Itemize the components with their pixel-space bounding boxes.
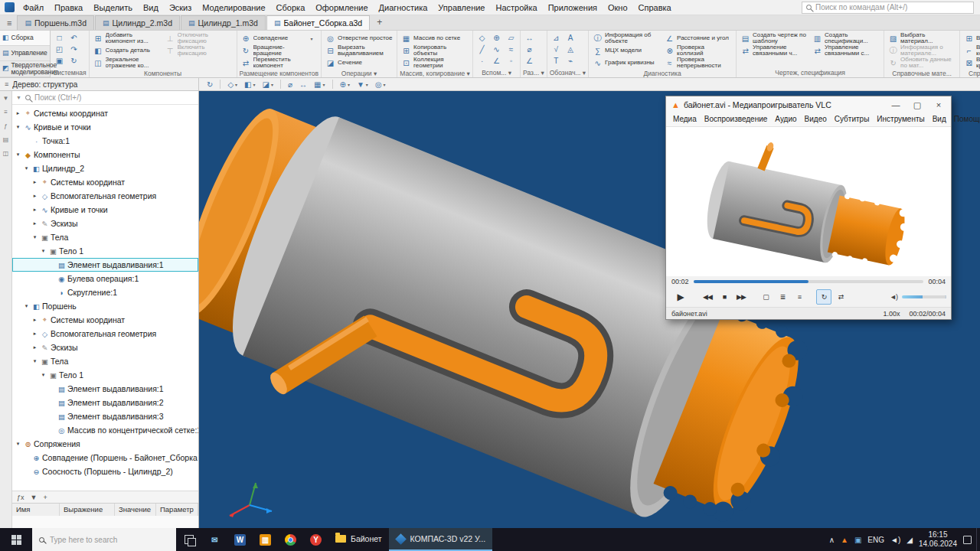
simple-hole-button[interactable]: ◎Отверстие простое bbox=[324, 32, 394, 44]
curvature-graph-button[interactable]: ∿График кривизны bbox=[591, 57, 662, 69]
tree-item[interactable]: ▾◧Цилиндр_2 bbox=[12, 161, 198, 175]
create-drawing-button[interactable]: ▤Создать чертеж по шаблону bbox=[739, 32, 809, 44]
variables-column-header[interactable]: Значение bbox=[115, 504, 156, 516]
expand-icon[interactable]: ▸ bbox=[31, 331, 39, 337]
datum-button[interactable]: ⊿ bbox=[550, 32, 563, 44]
linked-specs-button[interactable]: ⇄Управление связанными с... bbox=[811, 44, 881, 57]
linked-drawings-button[interactable]: ⇄Управление связанными ч... bbox=[739, 44, 809, 57]
add-variable-icon[interactable]: + bbox=[43, 494, 47, 501]
shield-icon[interactable]: ▣ bbox=[854, 536, 861, 544]
loop-button[interactable]: ↻ bbox=[816, 289, 831, 305]
insert-element-button[interactable]: ⊞Вставить элемент bbox=[962, 32, 980, 44]
leader-button[interactable]: ⌁ bbox=[564, 55, 577, 67]
document-tab[interactable]: ▤Цилиндр_1.m3d bbox=[181, 15, 266, 30]
menu-item[interactable]: Вид bbox=[138, 1, 164, 15]
start-button[interactable] bbox=[0, 528, 32, 551]
collision-check-button[interactable]: ⊗Проверка коллизий bbox=[663, 44, 733, 57]
tree-item[interactable]: ◗Скругление:1 bbox=[12, 285, 198, 299]
point-button[interactable]: ∙ bbox=[475, 55, 488, 67]
insert-fastener-button[interactable]: ⊠Вставить крепежное со... bbox=[962, 57, 980, 69]
plane-button[interactable]: ◇ bbox=[475, 32, 488, 44]
expand-icon[interactable]: ▸ bbox=[31, 220, 39, 227]
local-cs-button[interactable]: ⊕ bbox=[490, 32, 503, 44]
axis-button[interactable]: ╱ bbox=[475, 44, 488, 55]
tree-item[interactable]: ◎Массив по концентрической сетке:1 bbox=[12, 423, 198, 437]
collapse-icon[interactable]: ▾ bbox=[22, 165, 31, 171]
variables-column-header[interactable]: Выражение bbox=[60, 504, 115, 516]
select-material-button[interactable]: ▨Выбрать материал... bbox=[887, 32, 957, 44]
vlc-status-time[interactable]: 00:02/00:04 bbox=[909, 310, 946, 318]
distance-angle-button[interactable]: ∠Расстояние и угол bbox=[663, 32, 733, 44]
language-indicator[interactable]: ENG bbox=[867, 536, 884, 544]
menu-item[interactable]: Настройка bbox=[490, 1, 542, 15]
tree-item[interactable]: ▾⊚Сопряжения bbox=[12, 437, 198, 451]
collapse-icon[interactable]: ▾ bbox=[39, 248, 47, 254]
curve-button[interactable]: ≈ bbox=[505, 44, 518, 55]
collapse-icon[interactable]: ▾ bbox=[14, 441, 22, 447]
vlc-video-area[interactable] bbox=[666, 127, 951, 276]
tree-item[interactable]: ▾◧Поршень bbox=[12, 299, 198, 313]
dimension-button[interactable]: ↔ bbox=[296, 79, 310, 90]
document-tab[interactable]: ▤Поршень.m3d bbox=[17, 15, 94, 30]
filter-icon[interactable]: ▼ bbox=[31, 494, 38, 501]
tree-item[interactable]: ▸⌖Системы координат bbox=[12, 313, 198, 327]
control-point-button[interactable]: ◦ bbox=[505, 55, 518, 67]
tree-item[interactable]: ▾∿Кривые и точки bbox=[12, 120, 198, 134]
filter-icon[interactable]: ▼ bbox=[16, 95, 21, 100]
menu-item[interactable]: Моделирование bbox=[197, 1, 270, 15]
tree-item[interactable]: ▾▣Тела bbox=[12, 354, 198, 368]
tree-item[interactable]: ▸✎Эскизы bbox=[12, 217, 198, 230]
symbol-button[interactable]: ◬ bbox=[564, 44, 577, 55]
expand-icon[interactable]: ▸ bbox=[31, 179, 39, 185]
ribbon-tab[interactable]: ▤Управление bbox=[0, 46, 50, 61]
tree-item[interactable]: ▸◇Вспомогательная геометрия bbox=[12, 189, 198, 203]
save-button[interactable]: ▣ bbox=[53, 55, 66, 67]
insert-structural-button[interactable]: ⌐Вставить конструктивн... bbox=[962, 44, 980, 57]
parameters-icon[interactable]: ▤ bbox=[3, 136, 9, 143]
menu-item[interactable]: Диагностика bbox=[374, 1, 433, 15]
maximize-button[interactable]: ▢ bbox=[906, 99, 928, 112]
vlc-window[interactable]: ▲ байонет.avi - Медиапроигрыватель VLC —… bbox=[665, 96, 952, 320]
clip-view-button[interactable]: ◪▾ bbox=[260, 79, 276, 90]
mass-properties-button[interactable]: ∑МЦХ модели bbox=[591, 44, 662, 57]
tree-item[interactable]: ▸⌖Системы координат bbox=[12, 175, 198, 189]
taskbar-search[interactable] bbox=[32, 528, 176, 551]
collapse-icon[interactable]: ▾ bbox=[14, 124, 22, 130]
coincidence-mate-button[interactable]: ⊕Совпадение▾ bbox=[240, 32, 315, 44]
tree-structure-icon[interactable]: ≡ bbox=[4, 109, 8, 116]
spiral-button[interactable]: ∿ bbox=[490, 44, 503, 55]
contour-button[interactable]: ▱ bbox=[505, 32, 518, 44]
vlc-menu-item[interactable]: Инструменты bbox=[873, 113, 928, 126]
menu-item[interactable]: Управление bbox=[433, 1, 490, 15]
geometry-collection-button[interactable]: ⊡Коллекция геометрии bbox=[400, 57, 470, 69]
roughness-button[interactable]: √ bbox=[550, 44, 563, 55]
tree-item[interactable]: ▾▣Тело 1 bbox=[12, 244, 198, 258]
move-component-button[interactable]: ⇄Переместить компонент bbox=[240, 57, 315, 69]
copy-objects-button[interactable]: ⊞Копировать объекты bbox=[400, 44, 470, 57]
tab-list-icon[interactable]: ≡ bbox=[2, 18, 17, 30]
text-button[interactable]: Т bbox=[550, 55, 563, 67]
menu-item[interactable]: Сборка bbox=[271, 1, 311, 15]
tree-item[interactable]: ▸✎Эскизы bbox=[12, 341, 198, 354]
filter-button[interactable]: ▼▾ bbox=[354, 79, 371, 90]
menu-item[interactable]: Оформление bbox=[310, 1, 373, 15]
orientation-button[interactable]: ◇▾ bbox=[224, 79, 240, 90]
new-tab-button[interactable]: + bbox=[371, 17, 388, 30]
collapse-icon[interactable]: ▾ bbox=[31, 358, 39, 364]
taskbar-window-button[interactable]: КОМПАС-3D v22 У... bbox=[389, 528, 493, 551]
collapse-icon[interactable]: ▾ bbox=[14, 152, 22, 158]
rotation-rotation-button[interactable]: ↻Вращение-вращение bbox=[240, 44, 315, 57]
vlc-menu-item[interactable]: Субтитры bbox=[831, 113, 874, 126]
vlc-menu-item[interactable]: Вид bbox=[929, 113, 950, 126]
tree-item[interactable]: ▸◇Вспомогательная геометрия bbox=[12, 327, 198, 341]
speaker-icon[interactable]: ◄) bbox=[890, 536, 900, 544]
menu-item[interactable]: Выделить bbox=[88, 1, 138, 15]
vlc-menu-item[interactable]: Видео bbox=[801, 113, 831, 126]
new-document-button[interactable]: □ bbox=[53, 32, 66, 44]
visibility-button[interactable]: ◎▾ bbox=[372, 79, 389, 90]
vlc-menu-item[interactable]: Воспроизведение bbox=[701, 113, 772, 126]
tree-item[interactable]: ▾◆Компоненты bbox=[12, 148, 198, 161]
grid-button[interactable]: ▦▾ bbox=[311, 79, 328, 90]
section-button[interactable]: ◪Сечение bbox=[324, 57, 394, 69]
network-icon[interactable]: ◢ bbox=[906, 536, 913, 544]
